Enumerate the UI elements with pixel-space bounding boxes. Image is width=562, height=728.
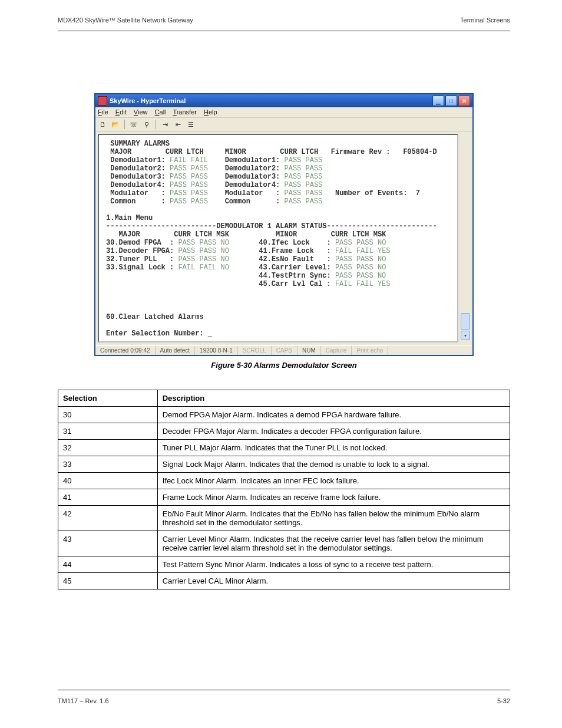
table-row: 30Demod FPGA Major Alarm. Indicates a de… (58, 407, 510, 423)
terminal-area[interactable]: SUMMARY ALARMS MAJOR CURR LTCH MINOR CUR… (98, 134, 458, 342)
cell-description: Carrier Level CAL Minor Alarm. (157, 573, 510, 589)
table-row: 45Carrier Level CAL Minor Alarm. (58, 573, 510, 589)
table-row: 31Decoder FPGA Major Alarm. Indicates a … (58, 423, 510, 440)
menu-file[interactable]: File (98, 108, 108, 116)
cell-selection: 42 (58, 506, 158, 531)
toolbar-sep (156, 120, 156, 129)
status-connected: Connected 0:09:42 (95, 345, 156, 355)
scrollbar[interactable]: ▾ (461, 134, 470, 342)
statusbar: Connected 0:09:42 Auto detect 19200 8-N-… (95, 345, 472, 355)
cell-description: Eb/No Fault Minor Alarm. Indicates that … (157, 506, 510, 531)
header-right: Terminal Screens (460, 17, 510, 24)
menu-edit[interactable]: Edit (115, 108, 127, 116)
cell-description: Frame Lock Minor Alarm. Indicates an rec… (157, 489, 510, 506)
new-icon[interactable]: 🗋 (98, 120, 107, 129)
figure-caption: Figure 5-30 Alarms Demodulator Screen (58, 361, 510, 370)
send-icon[interactable]: ⇥ (160, 120, 170, 129)
status-autodetect: Auto detect (156, 345, 196, 355)
receive-icon[interactable]: ⇤ (173, 120, 183, 129)
app-icon (98, 96, 107, 106)
toolbar: 🗋 📂 ☏ ⚲ ⇥ ⇤ ☰ (95, 117, 472, 131)
scrollbar-thumb[interactable] (461, 313, 470, 330)
status-scroll: SCROLL (238, 345, 272, 355)
disconnect-icon[interactable]: ⚲ (142, 120, 151, 129)
table-row: 33Signal Lock Major Alarm. Indicates tha… (58, 456, 510, 473)
hyperterminal-window: SkyWire - HyperTerminal ▁ □ ✕ File Edit … (94, 93, 474, 356)
scroll-down-icon[interactable]: ▾ (461, 331, 470, 340)
menu-view[interactable]: View (134, 108, 148, 116)
cell-selection: 33 (58, 456, 158, 473)
col-selection: Selection (58, 390, 158, 407)
menubar: File Edit View Call Transfer Help (95, 107, 472, 117)
menu-transfer[interactable]: Transfer (173, 108, 197, 116)
cell-selection: 32 (58, 440, 158, 456)
cell-description: Signal Lock Major Alarm. Indicates that … (157, 456, 510, 473)
menu-help[interactable]: Help (204, 108, 217, 116)
close-button[interactable]: ✕ (458, 95, 470, 106)
properties-icon[interactable]: ☰ (186, 120, 196, 129)
cell-selection: 40 (58, 473, 158, 489)
header-rule (58, 31, 510, 31)
col-description: Description (157, 390, 510, 407)
cell-description: Carrier Level Minor Alarm. Indicates tha… (157, 531, 510, 556)
cell-description: Demod FPGA Major Alarm. Indicates a demo… (157, 407, 510, 423)
table-row: 32Tuner PLL Major Alarm. Indicates that … (58, 440, 510, 456)
table-row: 43Carrier Level Minor Alarm. Indicates t… (58, 531, 510, 556)
maximize-button[interactable]: □ (445, 95, 457, 106)
status-num: NUM (297, 345, 321, 355)
terminal-text: SUMMARY ALARMS MAJOR CURR LTCH MINOR CUR… (106, 140, 454, 338)
open-icon[interactable]: 📂 (111, 120, 120, 129)
cell-selection: 30 (58, 407, 158, 423)
footer-right: 5-32 (497, 697, 510, 704)
connect-icon[interactable]: ☏ (129, 120, 138, 129)
footer-left: TM117 – Rev. 1.6 (58, 697, 109, 704)
status-port: 19200 8-N-1 (195, 345, 238, 355)
table-row: 40Ifec Lock Minor Alarm. Indicates an in… (58, 473, 510, 489)
window-title: SkyWire - HyperTerminal (110, 97, 432, 104)
minimize-button[interactable]: ▁ (432, 95, 444, 106)
status-printecho: Print echo (352, 345, 388, 355)
cell-selection: 43 (58, 531, 158, 556)
cell-selection: 41 (58, 489, 158, 506)
toolbar-sep (124, 120, 125, 129)
table-row: 41Frame Lock Minor Alarm. Indicates an r… (58, 489, 510, 506)
cell-description: Decoder FPGA Major Alarm. Indicates a de… (157, 423, 510, 440)
header-left: MDX420 SkyWire™ Satellite Network Gatewa… (58, 17, 193, 24)
cell-description: Ifec Lock Minor Alarm. Indicates an inne… (157, 473, 510, 489)
cell-selection: 31 (58, 423, 158, 440)
footer-rule (58, 690, 510, 690)
description-table: Selection Description 30Demod FPGA Major… (58, 390, 510, 589)
status-capture: Capture (321, 345, 352, 355)
table-row: 42Eb/No Fault Minor Alarm. Indicates tha… (58, 506, 510, 531)
titlebar[interactable]: SkyWire - HyperTerminal ▁ □ ✕ (95, 94, 472, 107)
cell-selection: 44 (58, 556, 158, 573)
cell-description: Tuner PLL Major Alarm. Indicates that th… (157, 440, 510, 456)
menu-call[interactable]: Call (155, 108, 166, 116)
status-caps: CAPS (272, 345, 297, 355)
cell-selection: 45 (58, 573, 158, 589)
cell-description: Test Pattern Sync Minor Alarm. Indicates… (157, 556, 510, 573)
table-row: 44Test Pattern Sync Minor Alarm. Indicat… (58, 556, 510, 573)
